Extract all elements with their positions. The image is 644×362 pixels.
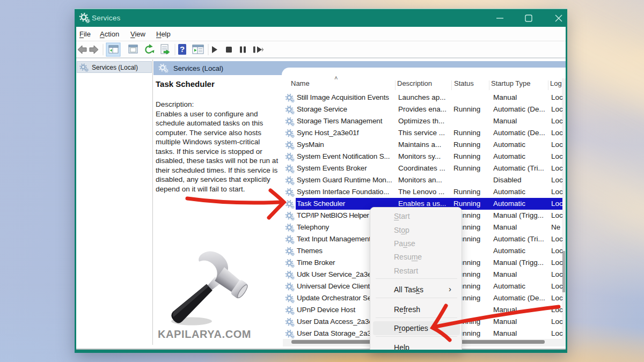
svg-text:?: ? — [180, 45, 185, 54]
